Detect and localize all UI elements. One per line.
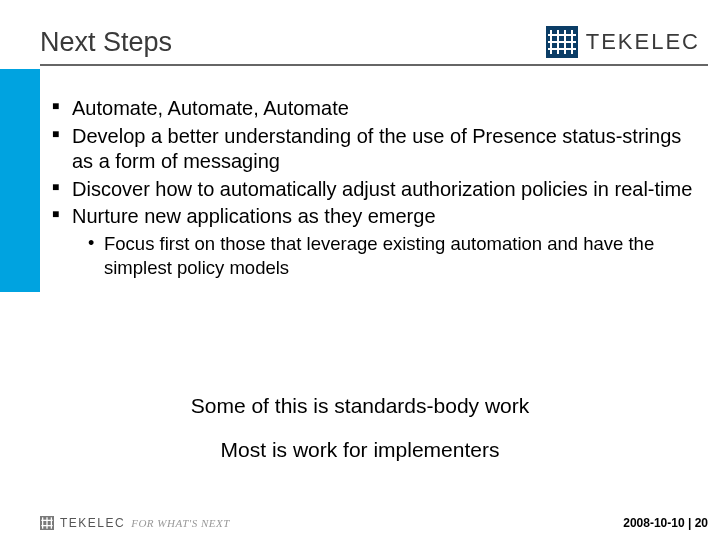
footer: TEKELEC FOR WHAT'S NEXT 2008-10-10 | 20: [40, 516, 708, 530]
list-item: Develop a better understanding of the us…: [52, 124, 700, 175]
list-item: Focus first on those that leverage exist…: [72, 232, 700, 279]
bullet-text: Discover how to automatically adjust aut…: [72, 178, 692, 200]
brand: TEKELEC: [546, 26, 700, 58]
tekelec-logo-icon: [40, 516, 54, 530]
sub-bullet-list: Focus first on those that leverage exist…: [72, 232, 700, 279]
bullet-text: Nurture new applications as they emerge: [72, 205, 436, 227]
footer-brand: TEKELEC FOR WHAT'S NEXT: [40, 516, 230, 530]
page-title: Next Steps: [40, 27, 172, 58]
header-divider: [40, 64, 708, 66]
accent-bar: [0, 69, 40, 292]
sub-bullet-text: Focus first on those that leverage exist…: [104, 233, 654, 278]
brand-name: TEKELEC: [586, 29, 700, 55]
bullet-text: Develop a better understanding of the us…: [72, 125, 681, 173]
closing-line-2: Most is work for implementers: [0, 438, 720, 462]
footer-brand-name: TEKELEC: [60, 516, 125, 530]
footer-date-page: 2008-10-10 | 20: [623, 516, 708, 530]
header: Next Steps TEKELEC: [40, 18, 700, 66]
list-item: Discover how to automatically adjust aut…: [52, 177, 700, 203]
closing-line-1: Some of this is standards-body work: [0, 394, 720, 418]
bullet-list: Automate, Automate, Automate Develop a b…: [52, 96, 700, 279]
slide: Next Steps TEKELEC Automate, Automate, A…: [0, 0, 720, 540]
tekelec-logo-icon: [546, 26, 578, 58]
bullet-text: Automate, Automate, Automate: [72, 97, 349, 119]
list-item: Nurture new applications as they emerge …: [52, 204, 700, 279]
footer-tagline: FOR WHAT'S NEXT: [131, 517, 230, 529]
list-item: Automate, Automate, Automate: [52, 96, 700, 122]
content: Automate, Automate, Automate Develop a b…: [52, 96, 700, 281]
